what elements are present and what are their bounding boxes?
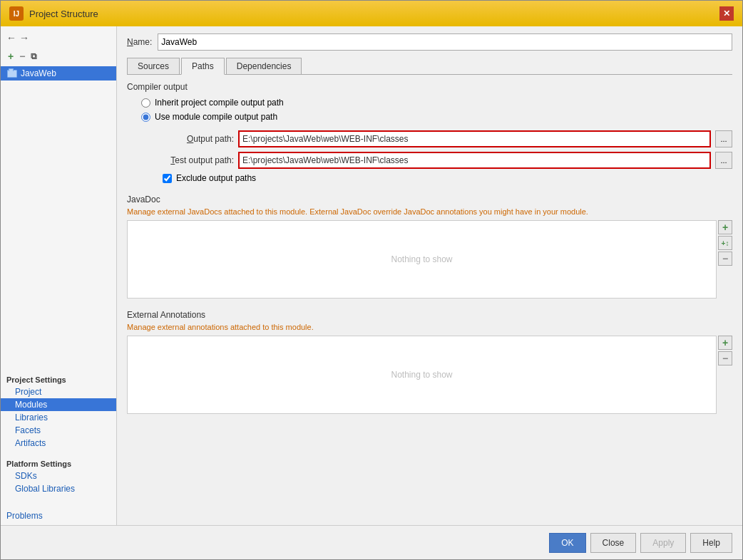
tab-dependencies[interactable]: Dependencies (226, 58, 302, 74)
add-module-button[interactable]: + (6, 51, 15, 61)
remove-module-button[interactable]: − (18, 51, 26, 61)
exclude-checkbox-row: Exclude output paths (163, 173, 732, 183)
external-annotations-list-panel: Nothing to show (127, 336, 717, 414)
project-structure-dialog: IJ Project Structure ✕ ← → + − ⧉ (0, 0, 743, 560)
tab-paths[interactable]: Paths (181, 58, 225, 75)
use-module-radio-row: Use module compile output path (141, 112, 732, 122)
external-annotations-section-title: External Annotations (127, 307, 732, 320)
nav-forward-button[interactable]: → (19, 32, 29, 43)
title-bar: IJ Project Structure ✕ (1, 1, 742, 26)
use-module-label: Use module compile output path (155, 112, 277, 122)
javadoc-panel-buttons: + +↕ − (718, 220, 732, 299)
nav-back-button[interactable]: ← (6, 32, 16, 43)
folder-icon (6, 68, 18, 78)
use-module-radio[interactable] (141, 113, 150, 122)
bottom-bar: OK Close Apply Help (1, 525, 742, 559)
javadoc-add-alt-button[interactable]: +↕ (718, 236, 732, 250)
external-annotations-remove-button[interactable]: − (718, 351, 732, 365)
tree-item-javaweb[interactable]: JavaWeb (1, 66, 116, 81)
output-path-label: Output path: (155, 134, 234, 144)
javadoc-remove-button[interactable]: − (718, 252, 732, 266)
ok-button[interactable]: OK (549, 533, 585, 553)
sidebar-item-project[interactable]: Project (1, 385, 116, 398)
compiler-output-title: Compiler output (127, 82, 732, 92)
apply-button[interactable]: Apply (640, 533, 686, 553)
external-annotations-panel-buttons: + − (718, 336, 732, 414)
help-button[interactable]: Help (690, 533, 732, 553)
output-path-browse-button[interactable]: ... (715, 130, 732, 147)
sidebar: ← → + − ⧉ JavaWeb Project Settings Proje… (1, 26, 117, 525)
sidebar-item-libraries[interactable]: Libraries (1, 411, 116, 424)
test-output-path-input[interactable] (238, 152, 711, 169)
external-annotations-empty-label: Nothing to show (391, 370, 452, 380)
sidebar-item-global-libraries[interactable]: Global Libraries (1, 482, 116, 495)
project-settings-header: Project Settings (1, 371, 116, 385)
tab-sources[interactable]: Sources (127, 58, 180, 74)
javadoc-empty-label: Nothing to show (391, 254, 452, 264)
name-label: Name: (127, 37, 152, 47)
right-panel: Name: Sources Paths Dependencies Compile… (117, 26, 742, 525)
name-input[interactable] (158, 33, 732, 51)
sidebar-toolbar: + − ⧉ (1, 46, 116, 66)
test-output-path-label: Test output path: (155, 155, 234, 165)
sidebar-item-sdks[interactable]: SDKs (1, 470, 116, 482)
tabs-bar: Sources Paths Dependencies (127, 58, 732, 75)
name-row: Name: (127, 33, 732, 51)
copy-module-button[interactable]: ⧉ (29, 52, 39, 61)
close-window-button[interactable]: ✕ (719, 6, 734, 21)
inherit-radio-row: Inherit project compile output path (141, 98, 732, 108)
nav-arrows: ← → (1, 29, 116, 46)
sidebar-item-modules[interactable]: Modules (1, 398, 116, 411)
exclude-label: Exclude output paths (176, 173, 256, 183)
app-icon: IJ (9, 6, 24, 21)
test-output-path-row: Test output path: ... (155, 152, 732, 169)
output-path-input[interactable] (238, 130, 711, 147)
javadoc-section-title: JavaDoc (127, 192, 732, 204)
inherit-label: Inherit project compile output path (155, 98, 284, 108)
test-output-path-browse-button[interactable]: ... (715, 152, 732, 169)
sidebar-tree: JavaWeb (1, 66, 116, 365)
external-annotations-add-button[interactable]: + (718, 336, 732, 350)
platform-settings-header: Platform Settings (1, 455, 116, 470)
external-annotations-panel-row: Nothing to show + − (127, 336, 732, 414)
sidebar-item-facets[interactable]: Facets (1, 424, 116, 437)
dialog-title: Project Structure (29, 9, 98, 19)
javadoc-add-button[interactable]: + (718, 220, 732, 234)
external-annotations-description: Manage external annotations attached to … (127, 323, 732, 331)
sidebar-item-problems[interactable]: Problems (1, 507, 116, 525)
main-content: ← → + − ⧉ JavaWeb Project Settings Proje… (1, 26, 742, 525)
output-path-row: Output path: ... (155, 130, 732, 147)
close-button[interactable]: Close (590, 533, 637, 553)
inherit-radio[interactable] (141, 98, 150, 108)
javadoc-list-panel: Nothing to show (127, 220, 717, 299)
sidebar-item-artifacts[interactable]: Artifacts (1, 437, 116, 450)
title-bar-left: IJ Project Structure (9, 6, 98, 21)
javadoc-panel-row: Nothing to show + +↕ − (127, 220, 732, 299)
exclude-output-paths-checkbox[interactable] (163, 174, 172, 183)
radio-group: Inherit project compile output path Use … (141, 98, 732, 122)
javadoc-description: Manage external JavaDocs attached to thi… (127, 207, 732, 216)
